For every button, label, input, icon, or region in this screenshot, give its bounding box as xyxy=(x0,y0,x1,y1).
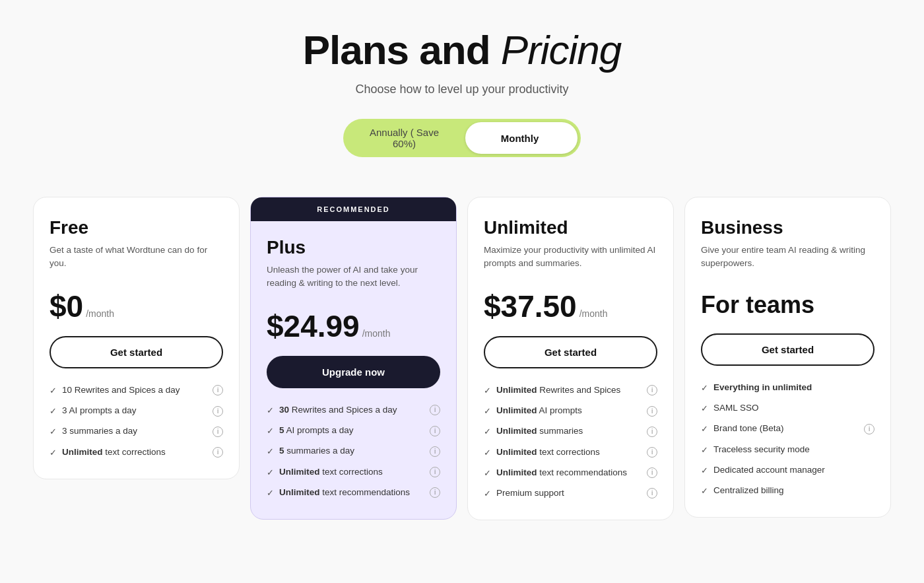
cta-button-business[interactable]: Get started xyxy=(701,333,874,366)
info-icon[interactable]: i xyxy=(430,405,440,415)
plan-name-free: Free xyxy=(50,217,223,238)
feature-item: ✓ Unlimited text correctionsi xyxy=(267,466,440,479)
check-icon: ✓ xyxy=(50,426,57,438)
info-icon[interactable]: i xyxy=(213,447,223,458)
feature-text: 5 summaries a day xyxy=(279,445,354,458)
cta-button-free[interactable]: Get started xyxy=(50,336,223,368)
features-list-free: ✓ 10 Rewrites and Spices a dayi ✓ 3 AI p… xyxy=(50,384,223,459)
plan-card-plus: RECOMMENDEDPlusUnleash the power of AI a… xyxy=(250,197,457,520)
feature-text: Unlimited text recommendations xyxy=(279,487,410,499)
feature-text: Unlimited Rewrites and Spices xyxy=(496,384,620,397)
feature-text: Everything in unlimited xyxy=(713,382,812,394)
check-icon: ✓ xyxy=(484,488,491,500)
info-icon[interactable]: i xyxy=(430,467,440,477)
feature-text: Unlimited text corrections xyxy=(496,446,600,459)
plan-price-business: For teams xyxy=(701,291,874,319)
info-icon[interactable]: i xyxy=(647,406,657,417)
plan-card-unlimited: UnlimitedMaximize your productivity with… xyxy=(467,197,674,520)
feature-item: ✓ Brand tone (Beta)i xyxy=(701,423,874,435)
feature-text: 3 AI prompts a day xyxy=(62,405,137,417)
feature-item: ✓ Unlimited text correctionsi xyxy=(484,446,657,459)
feature-text: Dedicated account manager xyxy=(713,464,825,477)
cta-button-unlimited[interactable]: Get started xyxy=(484,336,657,368)
check-icon: ✓ xyxy=(267,446,274,458)
feature-text: Traceless security mode xyxy=(713,444,810,456)
monthly-option[interactable]: Monthly xyxy=(462,126,578,151)
feature-item: ✓ 5 AI prompts a dayi xyxy=(267,425,440,437)
feature-text: 10 Rewrites and Spices a day xyxy=(62,384,180,397)
plans-grid: FreeGet a taste of what Wordtune can do … xyxy=(33,197,891,520)
features-list-business: ✓ Everything in unlimited ✓ SAML SSO ✓ B… xyxy=(701,382,874,497)
info-icon[interactable]: i xyxy=(647,467,657,478)
plan-desc-unlimited: Maximize your productivity with unlimite… xyxy=(484,244,657,275)
feature-item: ✓ Dedicated account manager xyxy=(701,464,874,477)
plan-price-plus: $24.99 /month xyxy=(267,311,440,341)
check-icon: ✓ xyxy=(701,403,708,415)
check-icon: ✓ xyxy=(50,385,57,397)
feature-item: ✓ Unlimited text correctionsi xyxy=(50,446,223,459)
info-icon[interactable]: i xyxy=(647,488,657,498)
feature-text: Brand tone (Beta) xyxy=(713,423,784,435)
feature-item: ✓ Unlimited text recommendationsi xyxy=(484,467,657,479)
plan-desc-free: Get a taste of what Wordtune can do for … xyxy=(50,244,223,275)
info-icon[interactable]: i xyxy=(213,427,223,437)
check-icon: ✓ xyxy=(50,405,57,417)
feature-item: ✓ Premium supporti xyxy=(484,487,657,500)
feature-text: Unlimited AI prompts xyxy=(496,405,582,417)
features-list-plus: ✓ 30 Rewrites and Spices a dayi ✓ 5 AI p… xyxy=(267,404,440,499)
feature-item: ✓ 3 AI prompts a dayi xyxy=(50,405,223,417)
plan-name-plus: Plus xyxy=(267,237,440,258)
check-icon: ✓ xyxy=(701,444,708,456)
check-icon: ✓ xyxy=(484,467,491,479)
feature-text: SAML SSO xyxy=(713,402,759,415)
plan-card-free: FreeGet a taste of what Wordtune can do … xyxy=(33,197,240,479)
recommended-badge: RECOMMENDED xyxy=(251,197,456,221)
feature-item: ✓ Unlimited Rewrites and Spicesi xyxy=(484,384,657,397)
check-icon: ✓ xyxy=(267,405,274,417)
features-list-unlimited: ✓ Unlimited Rewrites and Spicesi ✓ Unlim… xyxy=(484,384,657,500)
feature-item: ✓ Unlimited AI promptsi xyxy=(484,405,657,417)
feature-item: ✓ 5 summaries a dayi xyxy=(267,445,440,458)
feature-item: ✓ 3 summaries a dayi xyxy=(50,425,223,438)
feature-text: 5 AI prompts a day xyxy=(279,425,354,437)
info-icon[interactable]: i xyxy=(213,385,223,395)
feature-item: ✓ Centralized billing xyxy=(701,485,874,497)
annually-option[interactable]: Annually ( Save 60%) xyxy=(346,120,462,156)
info-icon[interactable]: i xyxy=(647,385,657,395)
plan-desc-plus: Unleash the power of AI and take your re… xyxy=(267,263,440,295)
plan-name-unlimited: Unlimited xyxy=(484,217,657,238)
check-icon: ✓ xyxy=(701,382,708,394)
feature-item: ✓ SAML SSO xyxy=(701,402,874,415)
check-icon: ✓ xyxy=(701,485,708,497)
check-icon: ✓ xyxy=(701,423,708,435)
check-icon: ✓ xyxy=(484,385,491,397)
check-icon: ✓ xyxy=(50,447,57,459)
feature-text: Premium support xyxy=(496,487,564,500)
page-title: Plans and Pricing xyxy=(303,26,622,73)
check-icon: ✓ xyxy=(267,487,274,499)
feature-item: ✓ Everything in unlimited xyxy=(701,382,874,394)
feature-text: Unlimited summaries xyxy=(496,425,583,438)
feature-item: ✓ Traceless security mode xyxy=(701,444,874,456)
subtitle: Choose how to level up your productivity xyxy=(355,83,568,96)
feature-item: ✓ 30 Rewrites and Spices a dayi xyxy=(267,404,440,417)
feature-text: Centralized billing xyxy=(713,485,784,497)
feature-text: Unlimited text recommendations xyxy=(496,467,627,479)
check-icon: ✓ xyxy=(484,405,491,417)
info-icon[interactable]: i xyxy=(647,427,657,437)
check-icon: ✓ xyxy=(701,465,708,477)
check-icon: ✓ xyxy=(267,467,274,479)
feature-item: ✓ Unlimited text recommendationsi xyxy=(267,487,440,499)
info-icon[interactable]: i xyxy=(647,447,657,458)
plan-name-business: Business xyxy=(701,217,874,238)
info-icon[interactable]: i xyxy=(864,424,874,434)
billing-toggle[interactable]: Annually ( Save 60%) Monthly xyxy=(343,119,581,157)
check-icon: ✓ xyxy=(267,425,274,437)
plan-price-unlimited: $37.50 /month xyxy=(484,291,657,322)
info-icon[interactable]: i xyxy=(430,426,440,436)
info-icon[interactable]: i xyxy=(213,406,223,417)
info-icon[interactable]: i xyxy=(430,446,440,457)
info-icon[interactable]: i xyxy=(430,487,440,498)
cta-button-plus[interactable]: Upgrade now xyxy=(267,356,440,388)
plan-price-free: $0 /month xyxy=(50,291,223,322)
